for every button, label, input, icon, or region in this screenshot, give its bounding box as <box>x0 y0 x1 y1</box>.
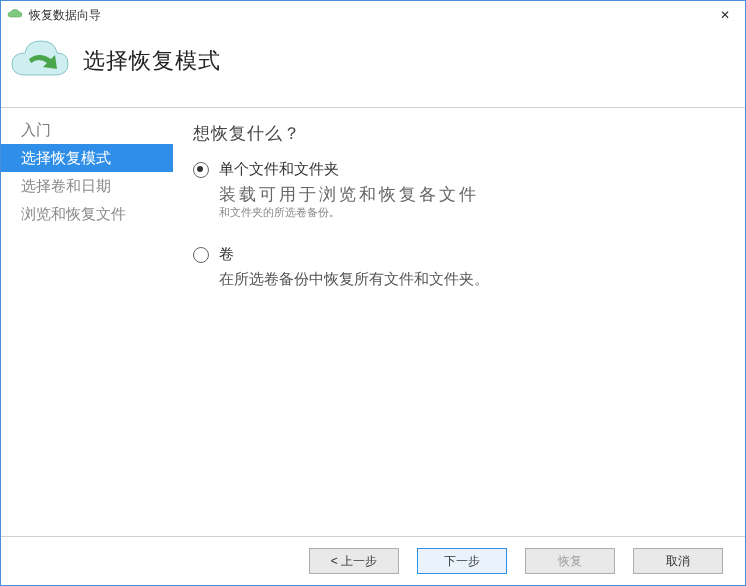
page-title: 选择恢复模式 <box>83 46 221 76</box>
radio-volume[interactable] <box>193 247 209 263</box>
radio-single-files[interactable] <box>193 162 209 178</box>
wizard-steps-sidebar: 入门 选择恢复模式 选择卷和日期 浏览和恢复文件 <box>1 108 173 536</box>
sidebar-item-intro[interactable]: 入门 <box>1 116 173 144</box>
back-button[interactable]: < 上一步 <box>309 548 399 574</box>
close-icon: ✕ <box>720 8 730 22</box>
titlebar: 恢复数据向导 ✕ <box>1 1 745 29</box>
window-title: 恢复数据向导 <box>29 7 101 24</box>
option-volume-body: 卷 在所选卷备份中恢复所有文件和文件夹。 <box>219 244 721 290</box>
option-volume[interactable]: 卷 在所选卷备份中恢复所有文件和文件夹。 <box>193 244 721 290</box>
option-single-files-title: 单个文件和文件夹 <box>219 159 721 179</box>
option-single-files-desc: 装载可用于浏览和恢复各文件 <box>219 183 721 207</box>
sidebar-item-browse[interactable]: 浏览和恢复文件 <box>1 200 173 228</box>
close-button[interactable]: ✕ <box>705 1 745 29</box>
option-volume-desc: 在所选卷备份中恢复所有文件和文件夹。 <box>219 268 721 290</box>
cancel-button[interactable]: 取消 <box>633 548 723 574</box>
content-question: 想恢复什么？ <box>193 122 721 145</box>
wizard-header: 选择恢复模式 <box>1 29 745 107</box>
option-single-files-body: 单个文件和文件夹 装载可用于浏览和恢复各文件 和文件夹的所选卷备份。 <box>219 159 721 220</box>
app-icon <box>7 7 23 23</box>
sidebar-item-select-volume[interactable]: 选择卷和日期 <box>1 172 173 200</box>
wizard-body: 入门 选择恢复模式 选择卷和日期 浏览和恢复文件 想恢复什么？ 单个文件和文件夹… <box>1 108 745 536</box>
next-button[interactable]: 下一步 <box>417 548 507 574</box>
sidebar-item-select-mode[interactable]: 选择恢复模式 <box>1 144 173 172</box>
option-single-files[interactable]: 单个文件和文件夹 装载可用于浏览和恢复各文件 和文件夹的所选卷备份。 <box>193 159 721 220</box>
recover-button: 恢复 <box>525 548 615 574</box>
option-volume-title: 卷 <box>219 244 721 264</box>
option-single-files-fine: 和文件夹的所选卷备份。 <box>219 205 721 220</box>
wizard-footer: < 上一步 下一步 恢复 取消 <box>1 536 745 585</box>
wizard-window: 恢复数据向导 ✕ 选择恢复模式 入门 选择恢复模式 选择卷和日期 浏览和恢复文件… <box>0 0 746 586</box>
cloud-restore-icon <box>9 37 71 85</box>
wizard-content: 想恢复什么？ 单个文件和文件夹 装载可用于浏览和恢复各文件 和文件夹的所选卷备份… <box>173 108 745 536</box>
